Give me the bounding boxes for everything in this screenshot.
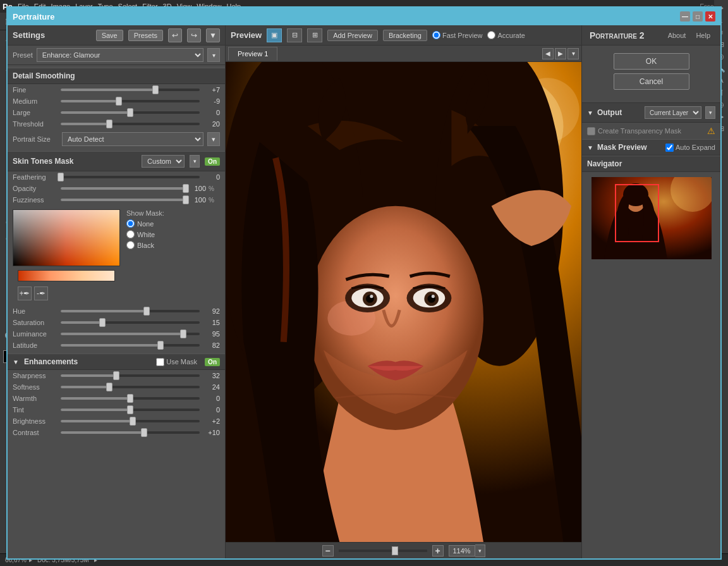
use-mask-checkbox[interactable] bbox=[156, 358, 164, 366]
warmth-thumb[interactable] bbox=[127, 394, 133, 403]
large-thumb[interactable] bbox=[127, 108, 133, 117]
show-mask-none-radio[interactable] bbox=[126, 219, 135, 228]
show-mask-none-option[interactable]: None bbox=[126, 219, 164, 228]
zoom-plus-button[interactable]: + bbox=[432, 545, 444, 557]
transparency-checkbox[interactable] bbox=[587, 127, 595, 135]
brightness-slider[interactable] bbox=[61, 420, 200, 422]
redo-button[interactable]: ↪ bbox=[187, 28, 201, 42]
warning-icon: ⚠ bbox=[707, 126, 715, 136]
zoom-thumb[interactable] bbox=[392, 546, 398, 555]
tint-slider[interactable] bbox=[61, 409, 200, 411]
fuzziness-thumb[interactable] bbox=[183, 195, 189, 204]
skin-tones-mode-select[interactable]: Custom bbox=[142, 155, 185, 168]
undo-button[interactable]: ↩ bbox=[168, 28, 182, 42]
fuzziness-slider[interactable] bbox=[61, 199, 186, 201]
color-strip[interactable] bbox=[18, 270, 115, 281]
warmth-fill bbox=[61, 397, 130, 400]
brightness-value: +2 bbox=[202, 417, 220, 425]
accurate-radio[interactable] bbox=[487, 31, 495, 39]
softness-slider[interactable] bbox=[61, 386, 200, 388]
eyedropper-add-button[interactable]: +✒ bbox=[18, 286, 32, 300]
single-view-button[interactable]: ▣ bbox=[267, 28, 282, 42]
medium-thumb[interactable] bbox=[116, 97, 122, 106]
about-button[interactable]: About bbox=[665, 30, 689, 40]
fast-preview-option[interactable]: Fast Preview bbox=[432, 31, 483, 39]
ok-button[interactable]: OK bbox=[614, 53, 689, 70]
contrast-thumb[interactable] bbox=[141, 428, 147, 437]
settings-menu-button[interactable]: ▼ bbox=[206, 28, 220, 42]
luminance-thumb[interactable] bbox=[180, 329, 186, 338]
zoom-dropdown-button[interactable]: ▾ bbox=[475, 544, 485, 557]
bracketing-button[interactable]: Bracketing bbox=[383, 30, 427, 41]
auto-expand-label: Auto Expand bbox=[676, 144, 715, 151]
opacity-thumb[interactable] bbox=[183, 184, 189, 193]
show-mask-white-radio[interactable] bbox=[126, 230, 135, 238]
help-button[interactable]: Help bbox=[693, 30, 713, 40]
softness-fill bbox=[61, 386, 109, 388]
show-mask-black-option[interactable]: Black bbox=[126, 241, 164, 249]
preset-select[interactable]: Enhance: Glamour bbox=[37, 48, 203, 62]
enhancements-on-badge[interactable]: On bbox=[205, 358, 220, 366]
fine-slider[interactable] bbox=[61, 89, 200, 91]
medium-slider[interactable] bbox=[61, 100, 200, 102]
preset-dropdown-arrow[interactable]: ▾ bbox=[207, 48, 220, 62]
preview-tab-1[interactable]: Preview 1 bbox=[228, 47, 277, 61]
portrait-size-arrow[interactable]: ▾ bbox=[207, 132, 220, 146]
preview-menu-button[interactable]: ▾ bbox=[567, 48, 579, 59]
latitude-slider[interactable] bbox=[61, 344, 200, 347]
add-preview-button[interactable]: Add Preview bbox=[327, 30, 378, 41]
show-mask-white-option[interactable]: White bbox=[126, 230, 164, 238]
enhancements-arrow-icon[interactable]: ▼ bbox=[13, 359, 19, 366]
output-layer-arrow[interactable]: ▾ bbox=[705, 106, 715, 119]
sharpness-thumb[interactable] bbox=[113, 371, 119, 380]
warmth-slider[interactable] bbox=[61, 397, 200, 400]
preview-next-button[interactable]: ▶ bbox=[555, 48, 566, 59]
portrait-size-select[interactable]: Auto Detect bbox=[62, 132, 203, 146]
zoom-minus-button[interactable]: − bbox=[322, 545, 334, 557]
skin-tones-on-badge[interactable]: On bbox=[205, 157, 220, 166]
maximize-button[interactable]: □ bbox=[693, 11, 703, 22]
preview-prev-button[interactable]: ◀ bbox=[542, 48, 554, 59]
large-slider[interactable] bbox=[61, 111, 200, 114]
output-layer-select[interactable]: Current Layer bbox=[645, 106, 701, 119]
side-by-side-view-button[interactable]: ⊞ bbox=[307, 28, 322, 42]
luminance-slider[interactable] bbox=[61, 333, 200, 335]
hue-slider[interactable] bbox=[61, 310, 200, 312]
mask-preview-header: ▼ Mask Preview Auto Expand bbox=[582, 139, 720, 156]
saturation-thumb[interactable] bbox=[99, 318, 106, 327]
fast-preview-radio[interactable] bbox=[432, 31, 440, 39]
transparency-row: Create Transparency Mask ⚠ bbox=[582, 123, 720, 139]
presets-button[interactable]: Presets bbox=[128, 30, 163, 41]
latitude-thumb[interactable] bbox=[157, 341, 164, 350]
show-mask-black-radio[interactable] bbox=[126, 241, 135, 249]
skin-tones-arrow[interactable]: ▾ bbox=[190, 155, 200, 168]
color-gradient[interactable] bbox=[13, 209, 120, 266]
save-button[interactable]: Save bbox=[96, 30, 123, 41]
opacity-slider[interactable] bbox=[61, 187, 186, 190]
sharpness-slider[interactable] bbox=[61, 374, 200, 377]
minimize-button[interactable]: — bbox=[680, 11, 690, 22]
eyedropper-subtract-button[interactable]: -✒ bbox=[34, 286, 48, 300]
auto-expand-checkbox[interactable] bbox=[665, 144, 674, 152]
feathering-thumb[interactable] bbox=[58, 173, 64, 181]
feathering-slider[interactable] bbox=[61, 176, 200, 178]
plugin-title: Portraiture bbox=[13, 12, 54, 22]
fine-thumb[interactable] bbox=[152, 85, 159, 94]
split-view-button[interactable]: ⊟ bbox=[287, 28, 302, 42]
accurate-option[interactable]: Accurate bbox=[487, 31, 525, 39]
zoom-slider[interactable] bbox=[339, 550, 427, 552]
portrait-size-label: Portrait Size bbox=[13, 135, 58, 143]
saturation-slider[interactable] bbox=[61, 321, 200, 324]
zoom-value-display[interactable]: 114% bbox=[449, 545, 475, 557]
contrast-slider[interactable] bbox=[61, 431, 200, 434]
tint-thumb[interactable] bbox=[127, 405, 133, 414]
threshold-slider[interactable] bbox=[61, 123, 200, 125]
softness-thumb[interactable] bbox=[106, 383, 112, 391]
threshold-thumb[interactable] bbox=[106, 120, 112, 128]
brightness-thumb[interactable] bbox=[130, 417, 136, 426]
cancel-button[interactable]: Cancel bbox=[614, 73, 689, 90]
close-button[interactable]: ✕ bbox=[705, 11, 715, 22]
hue-thumb[interactable] bbox=[143, 307, 150, 316]
threshold-fill bbox=[61, 123, 109, 125]
contrast-value: +10 bbox=[202, 429, 220, 436]
